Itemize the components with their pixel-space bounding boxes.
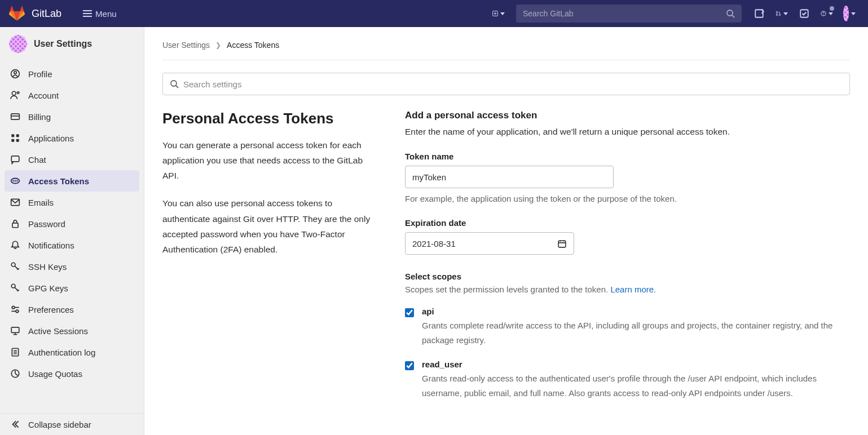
chevron-down-icon [829, 12, 833, 15]
svg-point-10 [12, 91, 16, 95]
svg-point-4 [776, 14, 778, 16]
profile-icon [10, 69, 20, 79]
svg-rect-14 [16, 134, 19, 137]
expiration-label: Expiration date [405, 218, 850, 228]
token-name-help: For example, the application using the t… [405, 194, 850, 203]
navbar: GitLab Menu [0, 0, 868, 27]
user-menu[interactable] [840, 4, 859, 23]
chat-icon [10, 154, 20, 165]
sidebar-item-label: Account [28, 91, 59, 100]
svg-rect-12 [11, 114, 20, 119]
sidebar-item-authentication-log[interactable]: Authentication log [5, 341, 139, 363]
main-content: User Settings ❯ Access Tokens Personal A… [144, 27, 868, 435]
global-search[interactable] [516, 5, 742, 23]
sidebar-item-active-sessions[interactable]: Active Sessions [5, 320, 139, 341]
sidebar-item-applications[interactable]: Applications [5, 127, 139, 149]
scope-item-api: api Grants complete read/write access to… [405, 307, 850, 347]
key-icon [10, 283, 20, 293]
sidebar-item-access-tokens[interactable]: Access Tokens [5, 170, 139, 192]
menu-button[interactable]: Menu [77, 6, 122, 22]
sidebar-item-label: Authentication log [28, 348, 95, 357]
chevron-down-icon [500, 12, 505, 15]
avatar-icon [9, 35, 27, 53]
preferences-icon [10, 304, 20, 314]
sidebar: User Settings Profile Account Billing Ap… [0, 27, 144, 435]
notification-dot [830, 6, 834, 11]
svg-point-27 [16, 310, 19, 313]
sidebar-item-label: Profile [28, 69, 52, 79]
form-heading: Add a personal access token [405, 110, 850, 121]
learn-more-link[interactable]: Learn more. [610, 285, 656, 294]
breadcrumb-parent[interactable]: User Settings [162, 41, 210, 50]
sidebar-item-label: Access Tokens [28, 176, 89, 186]
sidebar-item-usage-quotas[interactable]: Usage Quotas [5, 363, 139, 384]
gitlab-logo-icon[interactable] [9, 6, 25, 21]
quota-icon [10, 369, 20, 379]
billing-icon [10, 112, 20, 122]
intro-paragraph: You can generate a personal access token… [162, 137, 377, 183]
scopes-desc: Scopes set the permission levels granted… [405, 285, 850, 294]
collapse-sidebar[interactable]: Collapse sidebar [0, 413, 144, 435]
svg-rect-17 [11, 156, 19, 162]
new-dropdown[interactable] [489, 4, 508, 23]
collapse-label: Collapse sidebar [28, 420, 91, 429]
sidebar-item-emails[interactable]: Emails [5, 192, 139, 213]
merge-requests-dropdown[interactable] [772, 4, 791, 23]
svg-rect-15 [11, 139, 14, 142]
sidebar-item-notifications[interactable]: Notifications [5, 234, 139, 256]
sidebar-item-password[interactable]: Password [5, 213, 139, 234]
sidebar-item-profile[interactable]: Profile [5, 63, 139, 85]
svg-point-1 [727, 10, 733, 16]
expiration-input[interactable] [412, 239, 553, 248]
todos-button[interactable] [795, 4, 814, 23]
svg-point-26 [12, 306, 15, 309]
sidebar-header[interactable]: User Settings [0, 27, 144, 61]
sidebar-item-preferences[interactable]: Preferences [5, 299, 139, 320]
svg-rect-32 [558, 241, 566, 247]
sidebar-item-label: Preferences [28, 305, 74, 314]
email-icon [10, 197, 20, 207]
sidebar-item-label: Active Sessions [28, 326, 88, 336]
avatar-icon [843, 6, 849, 21]
log-icon [10, 347, 20, 357]
sidebar-item-gpg-keys[interactable]: GPG Keys [5, 277, 139, 299]
svg-point-20 [15, 180, 16, 182]
svg-point-3 [776, 11, 778, 13]
svg-rect-23 [12, 223, 18, 228]
sidebar-title: User Settings [34, 39, 92, 49]
token-icon [10, 176, 20, 186]
sidebar-item-billing[interactable]: Billing [5, 106, 139, 127]
expiration-input-wrap[interactable] [405, 232, 574, 255]
scope-checkbox-api[interactable] [405, 308, 414, 317]
monitor-icon [10, 326, 20, 336]
token-name-label: Token name [405, 152, 850, 161]
help-dropdown[interactable] [817, 4, 836, 23]
chevron-right-icon: ❯ [215, 41, 221, 49]
scope-checkbox-read-user[interactable] [405, 361, 414, 370]
chevron-down-icon [851, 12, 856, 15]
search-icon [726, 9, 735, 18]
scope-desc: Grants complete read/write access to the… [422, 318, 850, 347]
key-icon [10, 261, 20, 272]
sidebar-item-label: Chat [28, 155, 46, 165]
settings-search[interactable] [162, 73, 850, 95]
sidebar-item-label: GPG Keys [28, 283, 68, 293]
calendar-icon[interactable] [557, 239, 567, 248]
intro-paragraph: You can also use personal access tokens … [162, 196, 377, 257]
svg-point-9 [14, 72, 17, 74]
sidebar-item-chat[interactable]: Chat [5, 149, 139, 170]
hamburger-icon [83, 13, 92, 14]
token-name-input[interactable] [405, 166, 614, 188]
sidebar-item-label: Emails [28, 198, 54, 207]
svg-rect-16 [16, 139, 19, 142]
sidebar-item-account[interactable]: Account [5, 85, 139, 106]
search-input[interactable] [523, 9, 726, 18]
navbar-title[interactable]: GitLab [32, 8, 61, 20]
svg-rect-13 [11, 134, 14, 137]
scopes-title: Select scopes [405, 272, 850, 281]
issues-button[interactable] [750, 4, 769, 23]
sidebar-item-label: SSH Keys [28, 262, 67, 272]
sidebar-item-ssh-keys[interactable]: SSH Keys [5, 256, 139, 277]
settings-search-input[interactable] [183, 79, 843, 89]
sidebar-item-label: Applications [28, 134, 74, 143]
